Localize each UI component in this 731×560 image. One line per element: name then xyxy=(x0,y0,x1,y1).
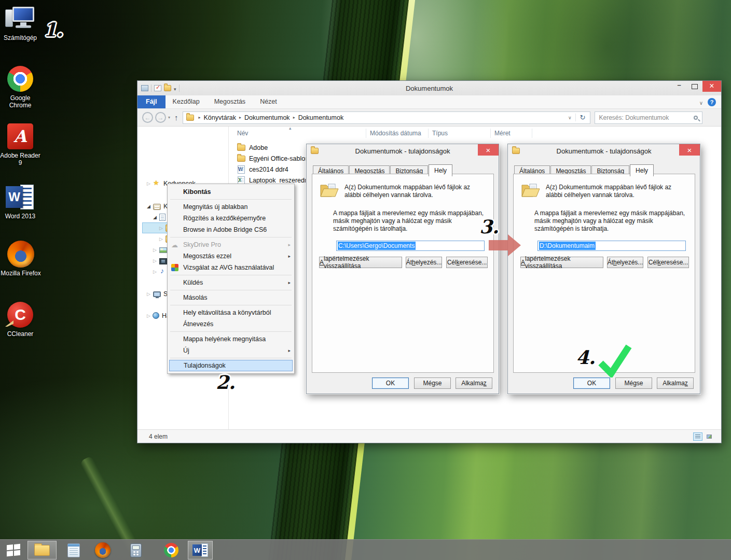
move-button[interactable]: Áthelyezés... xyxy=(406,257,442,268)
context-menu-item-kuldes[interactable]: Küldés xyxy=(168,277,294,288)
column-name[interactable]: Név xyxy=(237,130,248,137)
restore-defaults-button[interactable]: Alapértelmezések visszaállítása xyxy=(319,257,402,268)
breadcrumb-libraries[interactable]: Könyvtárak xyxy=(202,114,238,121)
column-size[interactable]: Méret xyxy=(494,130,511,137)
tab-location[interactable]: Hely xyxy=(429,164,452,176)
context-menu-item-kibontas[interactable]: Kibontás xyxy=(168,186,294,198)
tab-home[interactable]: Kezdőlap xyxy=(165,95,207,108)
context-menu-item-uj[interactable]: Új xyxy=(168,345,294,356)
move-button[interactable]: Áthelyezés... xyxy=(607,257,643,268)
back-button[interactable] xyxy=(142,112,153,123)
restore-defaults-button[interactable]: Alapértelmezések visszaállítása xyxy=(520,257,603,268)
title-bar[interactable]: Dokumentumok xyxy=(137,81,721,95)
dialog-title-bar[interactable]: Dokumentumok - tulajdonságok xyxy=(307,144,499,158)
close-button[interactable] xyxy=(478,144,499,156)
chevron-collapsed-icon[interactable] xyxy=(153,269,158,274)
ok-button[interactable]: OK xyxy=(573,377,610,389)
file-row[interactable]: ces2014 ddr4 xyxy=(235,164,288,175)
chevron-collapsed-icon[interactable] xyxy=(153,258,158,263)
context-menu-item-masolas[interactable]: Másolás xyxy=(168,292,294,303)
context-menu-item-megosztas-ezzel[interactable]: Megosztás ezzel xyxy=(168,250,294,262)
desktop-icon-computer[interactable]: Számítógép xyxy=(0,5,41,41)
chevron-expanded-icon[interactable] xyxy=(153,215,158,220)
item-count: 4 elem xyxy=(137,433,168,440)
close-button[interactable] xyxy=(702,81,721,92)
history-caret-icon[interactable] xyxy=(168,115,170,120)
find-target-button[interactable]: Cél keresése... xyxy=(647,257,689,268)
context-menu-item-tulajdonsagok[interactable]: Tulajdonságok xyxy=(169,360,293,371)
location-path-input[interactable]: C:\Users\Gergo\Documents xyxy=(336,241,485,251)
maximize-button[interactable] xyxy=(687,81,702,92)
chevron-collapsed-icon[interactable] xyxy=(153,247,158,253)
forward-button[interactable] xyxy=(155,112,166,123)
help-icon[interactable] xyxy=(708,98,716,106)
details-view-button[interactable] xyxy=(693,432,702,441)
properties-icon[interactable] xyxy=(154,85,161,91)
desktop-icon-word[interactable]: Word 2013 xyxy=(0,184,41,220)
chevron-collapsed-icon[interactable] xyxy=(147,313,152,318)
taskbar-calculator-button[interactable] xyxy=(125,541,147,559)
tab-location[interactable]: Hely xyxy=(630,164,654,176)
desktop-icon-chrome[interactable]: Google Chrome xyxy=(0,65,41,109)
cancel-button[interactable]: Mégse xyxy=(615,377,652,389)
window-properties-icon[interactable] xyxy=(141,85,148,91)
context-menu-item-megnyitas-uj-ablakban[interactable]: Megnyitás új ablakban xyxy=(168,201,294,213)
breadcrumb-documents-folder[interactable]: Dokumentumok xyxy=(297,114,346,121)
chevron-expanded-icon[interactable] xyxy=(147,204,152,209)
address-dropdown-icon[interactable] xyxy=(564,115,575,120)
cancel-button[interactable]: Mégse xyxy=(414,377,451,389)
minimize-button[interactable] xyxy=(671,81,687,92)
find-target-button[interactable]: Cél keresése... xyxy=(446,257,488,268)
column-type[interactable]: Típus xyxy=(432,130,448,137)
file-row[interactable]: Adobe xyxy=(235,142,268,153)
customize-toolbar-caret-icon[interactable] xyxy=(174,83,176,93)
context-menu-item-mappa-helyenek-megnyitasa[interactable]: Mappa helyének megnyitása xyxy=(168,333,294,345)
location-path-input[interactable]: D:\Dokumentumaim xyxy=(537,241,686,251)
close-button[interactable] xyxy=(679,144,700,156)
context-menu-item-avg-scan[interactable]: Vizsgálat az AVG használatával xyxy=(168,262,294,273)
desktop-icon-ccleaner[interactable]: CCleaner xyxy=(0,301,41,338)
ok-button[interactable]: OK xyxy=(372,377,409,389)
up-button[interactable] xyxy=(174,113,178,122)
annotation-step-4: 4. xyxy=(576,346,596,368)
new-folder-icon[interactable] xyxy=(164,85,171,91)
taskbar-firefox-button[interactable] xyxy=(91,541,114,559)
chevron-collapsed-icon[interactable] xyxy=(147,291,152,297)
context-menu-item-atnevezes[interactable]: Átnevezés xyxy=(168,318,294,330)
red-arrow xyxy=(489,233,522,257)
breadcrumb-documents-library[interactable]: Dokumentumok xyxy=(243,114,292,121)
menu-separator xyxy=(170,199,292,200)
tab-share[interactable]: Megosztás xyxy=(207,95,253,108)
context-menu-item-hely-eltavolitasa[interactable]: Hely eltávolítása a könyvtárból xyxy=(168,307,294,318)
firefox-icon xyxy=(95,542,111,558)
start-button[interactable] xyxy=(3,541,24,559)
chevron-collapsed-icon[interactable] xyxy=(147,181,152,186)
apply-button[interactable]: Alkalmaz xyxy=(657,377,694,389)
taskbar-chrome-button[interactable] xyxy=(160,541,183,559)
taskbar-word-button[interactable] xyxy=(188,541,213,559)
chevron-collapsed-icon[interactable] xyxy=(159,236,164,242)
desktop-icon-firefox[interactable]: Mozilla Firefox xyxy=(0,241,45,277)
apply-button[interactable]: Alkalmaz xyxy=(456,377,492,389)
thumbnail-view-button[interactable] xyxy=(705,432,714,441)
column-separator[interactable] xyxy=(532,129,532,138)
context-menu-item-browse-adobe-bridge[interactable]: Browse in Adobe Bridge CS6 xyxy=(168,224,294,235)
search-icon[interactable] xyxy=(694,116,698,120)
chevron-collapsed-icon[interactable] xyxy=(159,226,164,231)
file-row[interactable]: Egyéni Office-sablonok xyxy=(235,153,315,164)
column-separator[interactable] xyxy=(428,129,429,138)
tab-view[interactable]: Nézet xyxy=(253,95,284,108)
search-input[interactable]: Keresés: Dokumentumok xyxy=(595,111,702,124)
column-separator[interactable] xyxy=(490,129,491,138)
context-menu-item-rogzites[interactable]: Rögzítés a kezdőképernyőre xyxy=(168,213,294,224)
taskbar-explorer-button[interactable] xyxy=(27,541,57,559)
address-field[interactable]: Könyvtárak Dokumentumok Dokumentumok xyxy=(183,111,590,124)
tab-file[interactable]: Fájl xyxy=(137,95,165,108)
ribbon-collapse-icon[interactable] xyxy=(699,97,703,107)
column-separator[interactable] xyxy=(366,129,366,138)
column-date-modified[interactable]: Módosítás dátuma xyxy=(370,130,421,137)
dialog-title-bar[interactable]: Dokumentumok - tulajdonságok xyxy=(508,144,700,158)
taskbar-notepad-button[interactable] xyxy=(62,541,85,559)
desktop-icon-adobe-reader[interactable]: Adobe Reader 9 xyxy=(0,123,41,166)
refresh-icon[interactable] xyxy=(575,114,590,121)
